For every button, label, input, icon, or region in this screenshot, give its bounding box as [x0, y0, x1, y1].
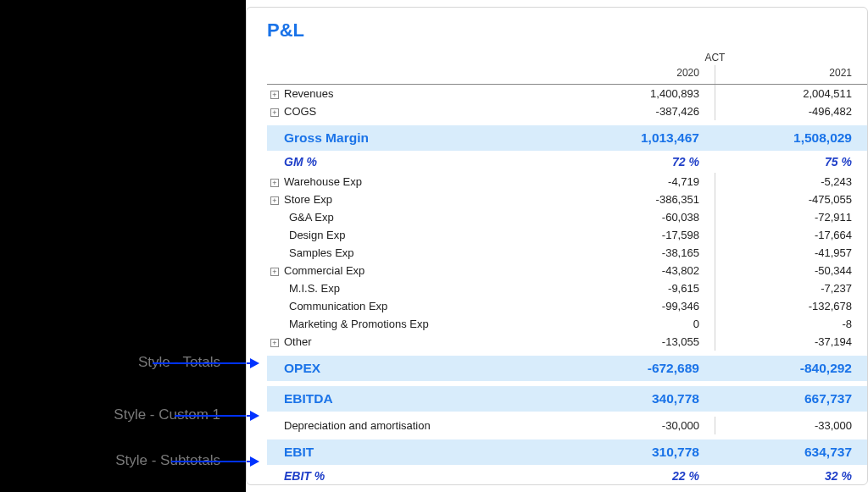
- cell-value: 72 %: [563, 151, 715, 173]
- period-header: ACT: [563, 48, 867, 65]
- table-row: OPEX-672,689-840,292: [267, 356, 867, 381]
- year-col-0: 2020: [563, 65, 715, 85]
- cell-value: -4,719: [563, 173, 715, 191]
- row-label: M.I.S. Exp: [289, 282, 340, 295]
- cell-value: -38,165: [563, 244, 715, 262]
- table-row: Marketing & Promotions Exp0-8: [267, 315, 867, 333]
- row-label: Marketing & Promotions Exp: [289, 318, 429, 330]
- row-label: G&A Exp: [289, 211, 334, 224]
- row-label: Gross Margin: [284, 130, 369, 145]
- cell-value: -17,598: [563, 226, 715, 244]
- cell-value: -13,055: [563, 333, 715, 351]
- row-label: Communication Exp: [289, 300, 387, 312]
- cell-value: -7,237: [715, 279, 867, 297]
- row-label: Store Exp: [284, 193, 332, 206]
- cell-value: -132,678: [715, 297, 867, 315]
- cell-value: -8: [715, 315, 867, 333]
- table-body: +Revenues1,400,8932,004,511+COGS-387,426…: [267, 85, 867, 486]
- pl-table: ACT 2020 2021 +Revenues1,400,8932,004,51…: [267, 48, 867, 485]
- table-row[interactable]: +COGS-387,426-496,482: [267, 102, 867, 120]
- arrow-subtotals-line: [171, 461, 250, 462]
- cell-value: 667,737: [715, 386, 867, 412]
- table-row[interactable]: +Warehouse Exp-4,719-5,243: [267, 173, 867, 191]
- expand-icon[interactable]: +: [270, 339, 279, 347]
- cell-value: -386,351: [563, 191, 715, 208]
- cell-value: 340,778: [563, 386, 715, 412]
- cell-value: -37,194: [715, 333, 867, 351]
- row-label: Other: [284, 335, 312, 348]
- row-label: EBITDA: [284, 391, 333, 406]
- cell-value: 0: [563, 315, 715, 333]
- table-row: Gross Margin1,013,4671,508,029: [267, 125, 867, 151]
- table-row: GM %72 %75 %: [267, 151, 867, 173]
- table-row[interactable]: +Other-13,055-37,194: [267, 333, 867, 351]
- cell-value: 32 %: [715, 465, 867, 485]
- table-row[interactable]: +Commercial Exp-43,802-50,344: [267, 262, 867, 279]
- expand-icon[interactable]: +: [270, 179, 279, 187]
- cell-value: -99,346: [563, 297, 715, 315]
- table-row: M.I.S. Exp-9,615-7,237: [267, 279, 867, 297]
- row-label: GM %: [284, 155, 317, 169]
- report-title: P&L: [267, 19, 867, 41]
- row-label: Samples Exp: [289, 246, 354, 259]
- cell-value: -496,482: [715, 102, 867, 120]
- cell-value: 2,004,511: [715, 85, 867, 103]
- cell-value: 1,400,893: [563, 85, 715, 103]
- row-label: Revenues: [284, 87, 334, 100]
- cell-value: -30,000: [563, 417, 715, 434]
- cell-value: -475,055: [715, 191, 867, 208]
- cell-value: -17,664: [715, 226, 867, 244]
- expand-icon[interactable]: +: [270, 268, 279, 276]
- table-row: Depreciation and amortisation-30,000-33,…: [267, 417, 867, 434]
- cell-value: -41,957: [715, 244, 867, 262]
- row-label: COGS: [284, 105, 316, 118]
- row-label: Depreciation and amortisation: [284, 419, 431, 432]
- row-label: EBIT %: [284, 469, 325, 483]
- cell-value: -50,344: [715, 262, 867, 279]
- table-row: EBITDA340,778667,737: [267, 386, 867, 412]
- row-label: Design Exp: [289, 229, 345, 241]
- table-row: Communication Exp-99,346-132,678: [267, 297, 867, 315]
- table-row: G&A Exp-60,038-72,911: [267, 208, 867, 226]
- arrow-custom1-line: [175, 415, 250, 417]
- expand-icon[interactable]: +: [270, 108, 279, 117]
- cell-value: 22 %: [563, 465, 715, 485]
- table-row: Design Exp-17,598-17,664: [267, 226, 867, 244]
- annotation-panel: Style - Totals Style - Custom 1 Style - …: [0, 0, 246, 492]
- cell-value: 1,013,467: [563, 125, 715, 151]
- cell-value: -840,292: [715, 356, 867, 381]
- table-row[interactable]: +Store Exp-386,351-475,055: [267, 191, 867, 208]
- table-row: EBIT310,778634,737: [267, 439, 867, 465]
- cell-value: -5,243: [715, 173, 867, 191]
- cell-value: -43,802: [563, 262, 715, 279]
- cell-value: 634,737: [715, 439, 867, 465]
- cell-value: -9,615: [563, 279, 715, 297]
- table-row[interactable]: +Revenues1,400,8932,004,511: [267, 85, 867, 103]
- cell-value: 310,778: [563, 439, 715, 465]
- cell-value: 75 %: [715, 151, 867, 173]
- row-label: Warehouse Exp: [284, 175, 362, 188]
- table-row: Samples Exp-38,165-41,957: [267, 244, 867, 262]
- row-label: EBIT: [284, 445, 314, 459]
- report-container: P&L ACT 2020 2021 +Revenues1,400,8932,00…: [246, 7, 868, 485]
- row-label: OPEX: [284, 361, 320, 375]
- year-col-1: 2021: [715, 65, 867, 85]
- report-panel: P&L ACT 2020 2021 +Revenues1,400,8932,00…: [246, 0, 868, 492]
- cell-value: -672,689: [563, 356, 715, 381]
- arrow-totals-line: [153, 362, 250, 364]
- row-label: Commercial Exp: [284, 264, 364, 277]
- table-row: EBIT %22 %32 %: [267, 465, 867, 485]
- cell-value: -387,426: [563, 102, 715, 120]
- header-blank: [267, 48, 563, 65]
- cell-value: -60,038: [563, 208, 715, 226]
- header-blank-2: [267, 65, 563, 85]
- cell-value: 1,508,029: [715, 125, 867, 151]
- expand-icon[interactable]: +: [270, 91, 279, 99]
- cell-value: -72,911: [715, 208, 867, 226]
- cell-value: -33,000: [715, 417, 867, 434]
- expand-icon[interactable]: +: [270, 196, 279, 205]
